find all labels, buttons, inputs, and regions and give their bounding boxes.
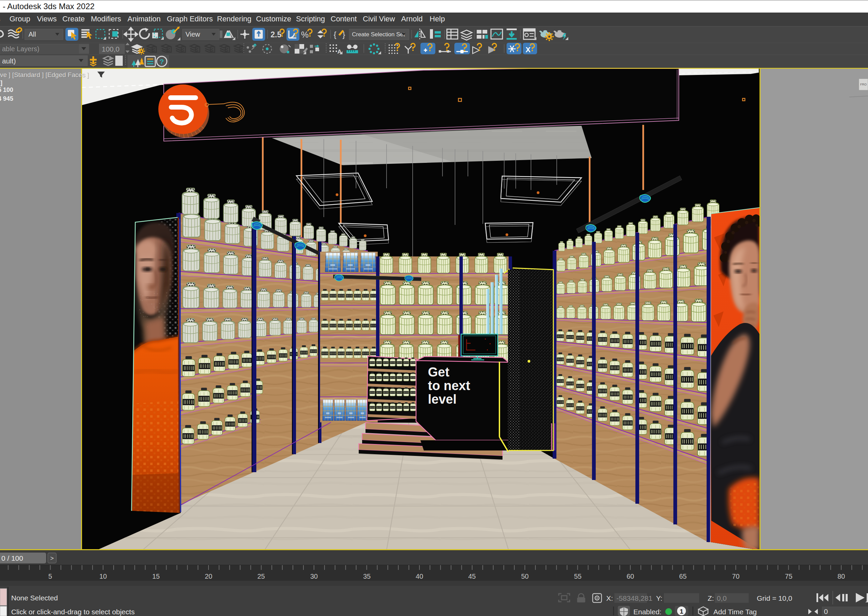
svg-text:75: 75	[785, 573, 793, 580]
svg-text:All: All	[28, 30, 36, 38]
svg-text:0,0: 0,0	[717, 594, 727, 602]
svg-text:X:: X:	[606, 594, 613, 602]
svg-text:Enabled:: Enabled:	[633, 608, 661, 616]
svg-text:Add Time Tag: Add Time Tag	[713, 608, 757, 616]
svg-text:{: {	[334, 30, 336, 39]
svg-text:Grid = 10,0: Grid = 10,0	[757, 594, 792, 602]
svg-text:55: 55	[574, 573, 581, 580]
svg-text:35: 35	[363, 573, 371, 580]
svg-text:80: 80	[837, 573, 845, 580]
svg-text:to next: to next	[428, 379, 470, 393]
svg-text:1: 1	[680, 608, 683, 615]
svg-text:X: X	[526, 46, 531, 54]
svg-text:Y:: Y:	[656, 594, 663, 602]
svg-text:15: 15	[152, 573, 160, 580]
svg-text:Create Selection Set: Create Selection Set	[352, 31, 405, 38]
svg-text:FRO: FRO	[860, 83, 866, 86]
svg-text:30: 30	[310, 573, 318, 580]
svg-text:5: 5	[48, 573, 52, 580]
svg-text:2.5: 2.5	[271, 30, 281, 39]
svg-text:70: 70	[732, 573, 740, 580]
svg-text:5 100: 5 100	[0, 86, 13, 93]
svg-text:View: View	[185, 30, 201, 38]
svg-text:65: 65	[679, 573, 686, 580]
svg-text:100,0: 100,0	[102, 45, 120, 53]
svg-text:25: 25	[257, 573, 265, 580]
svg-text:l]: l]	[0, 79, 2, 86]
svg-text:level: level	[428, 392, 457, 406]
svg-text:45: 45	[468, 573, 476, 580]
svg-text:0: 0	[824, 608, 828, 615]
svg-text:60: 60	[627, 573, 634, 580]
svg-text:ive ] [Standard ] [Edged Fac: ive ] [Standard ] [Edged Faces ]	[0, 71, 89, 79]
svg-text:>: >	[50, 555, 54, 562]
svg-text:0 / 100: 0 / 100	[2, 554, 23, 562]
svg-text:able Layers): able Layers)	[2, 45, 39, 53]
svg-text:40: 40	[416, 573, 423, 580]
svg-text:10: 10	[99, 573, 107, 580]
svg-text:20: 20	[205, 573, 212, 580]
svg-text:%: %	[301, 30, 309, 39]
svg-text:50: 50	[521, 573, 529, 580]
svg-text:None Selected: None Selected	[11, 594, 58, 602]
svg-text:Get: Get	[428, 365, 450, 379]
svg-text:ault): ault)	[2, 57, 16, 65]
svg-text:?: ?	[160, 58, 164, 66]
svg-text:4 945: 4 945	[0, 95, 13, 102]
svg-text:-58348,281: -58348,281	[616, 594, 652, 602]
svg-text:Z:: Z:	[708, 594, 714, 602]
svg-text:Click or click-and-drag to sel: Click or click-and-drag to select object…	[11, 608, 135, 616]
